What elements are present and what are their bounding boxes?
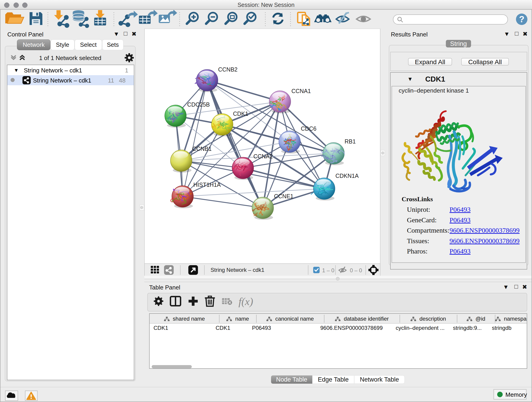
svg-text:RB1: RB1	[345, 138, 356, 145]
svg-text:CCNB1: CCNB1	[192, 146, 212, 152]
svg-text:CDKN1A: CDKN1A	[336, 172, 359, 179]
svg-text:1 – 0: 1 – 0	[322, 267, 334, 274]
svg-text:?: ?	[519, 14, 524, 24]
svg-text:CDC25B: CDC25B	[187, 101, 210, 108]
svg-text:CDK1: CDK1	[233, 110, 248, 117]
svg-text:CCNE1: CCNE1	[274, 193, 293, 199]
svg-text:CDC6: CDC6	[301, 125, 317, 132]
svg-text:HIST1H1A: HIST1H1A	[193, 182, 221, 188]
svg-text:CCNA2: CCNA2	[253, 153, 273, 160]
svg-text:CCNA1: CCNA1	[291, 88, 311, 94]
svg-text:0 – 0: 0 – 0	[350, 267, 362, 274]
svg-text:CCNB2: CCNB2	[218, 66, 238, 73]
